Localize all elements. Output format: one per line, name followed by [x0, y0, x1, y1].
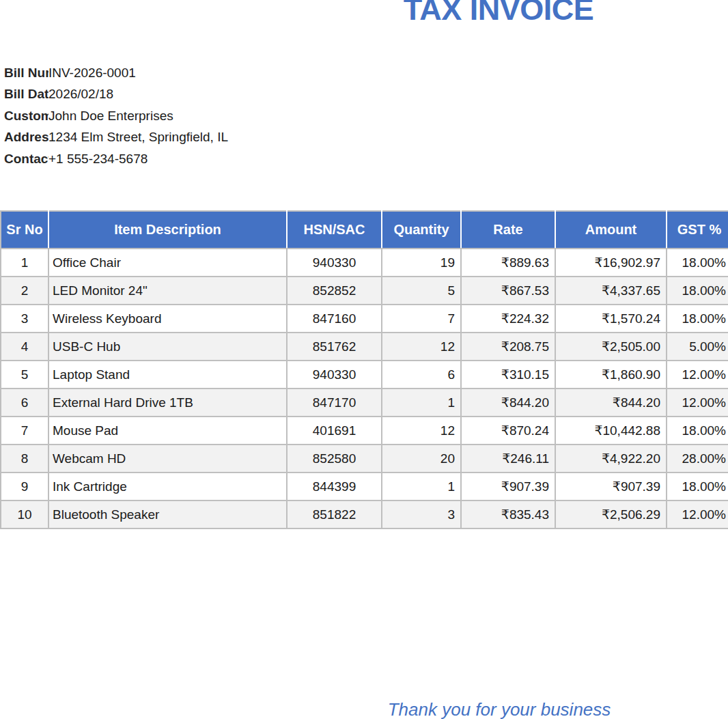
- cell-gst: 12.00%: [667, 389, 728, 417]
- cell-sr-no: 6: [1, 389, 48, 417]
- cell-sr-no: 2: [1, 277, 48, 305]
- cell-hsn-sac: 851822: [287, 501, 382, 528]
- cell-amount: ₹907.39: [555, 473, 667, 501]
- table-row: 8 Webcam HD 852580 20 ₹246.11 ₹4,922.20 …: [1, 445, 728, 473]
- cell-item-description: External Hard Drive 1TB: [48, 389, 287, 417]
- cell-quantity: 20: [382, 445, 461, 473]
- cell-gst: 18.00%: [667, 305, 728, 333]
- contact-value: +1 555-234-5678: [48, 148, 148, 169]
- cell-rate: ₹310.15: [461, 361, 555, 389]
- cell-amount: ₹2,506.29: [555, 501, 667, 528]
- cell-quantity: 5: [382, 277, 461, 305]
- cell-gst: 18.00%: [667, 249, 728, 277]
- cell-gst: 18.00%: [667, 277, 728, 305]
- cell-item-description: Ink Cartridge: [48, 473, 287, 501]
- cell-item-description: Laptop Stand: [48, 361, 287, 389]
- cell-rate: ₹835.43: [461, 501, 555, 528]
- cell-quantity: 7: [382, 305, 461, 333]
- bill-date-label: Bill Date: [4, 83, 48, 104]
- cell-item-description: USB-C Hub: [48, 333, 287, 361]
- cell-rate: ₹208.75: [461, 333, 555, 361]
- table-row: 6 External Hard Drive 1TB 847170 1 ₹844.…: [1, 389, 728, 417]
- cell-quantity: 12: [382, 417, 461, 445]
- cell-hsn-sac: 852580: [287, 445, 382, 473]
- table-row: 5 Laptop Stand 940330 6 ₹310.15 ₹1,860.9…: [1, 361, 728, 389]
- cell-amount: ₹4,922.20: [555, 445, 667, 473]
- bill-number-row: Bill NumberINV-2026-0001: [4, 62, 228, 83]
- header-gst: GST %: [667, 211, 728, 249]
- bill-number-value: INV-2026-0001: [48, 62, 136, 83]
- cell-item-description: Bluetooth Speaker: [48, 501, 287, 528]
- thank-you-note: Thank you for your business: [388, 699, 611, 719]
- page-title: TAX INVOICE: [404, 0, 594, 26]
- customer-label: Customer: [4, 105, 48, 126]
- bill-info-block: Bill NumberINV-2026-0001 Bill Date2026/0…: [4, 62, 228, 169]
- cell-sr-no: 5: [1, 361, 48, 389]
- cell-rate: ₹224.32: [461, 305, 555, 333]
- items-table-header: Sr No Item Description HSN/SAC Quantity …: [1, 211, 728, 249]
- cell-quantity: 6: [382, 361, 461, 389]
- cell-item-description: Office Chair: [48, 249, 287, 277]
- cell-sr-no: 1: [1, 249, 48, 277]
- cell-hsn-sac: 847170: [287, 389, 382, 417]
- cell-quantity: 3: [382, 501, 461, 528]
- cell-rate: ₹867.53: [461, 277, 555, 305]
- table-row: 3 Wireless Keyboard 847160 7 ₹224.32 ₹1,…: [1, 305, 728, 333]
- cell-amount: ₹844.20: [555, 389, 667, 417]
- cell-hsn-sac: 940330: [287, 249, 382, 277]
- table-row: 10 Bluetooth Speaker 851822 3 ₹835.43 ₹2…: [1, 501, 728, 528]
- cell-gst: 12.00%: [667, 361, 728, 389]
- cell-item-description: Mouse Pad: [48, 417, 287, 445]
- bill-date-value: 2026/02/18: [48, 83, 113, 104]
- cell-sr-no: 8: [1, 445, 48, 473]
- customer-value: John Doe Enterprises: [48, 105, 173, 126]
- table-row: 2 LED Monitor 24" 852852 5 ₹867.53 ₹4,33…: [1, 277, 728, 305]
- items-table: Sr No Item Description HSN/SAC Quantity …: [0, 210, 728, 529]
- cell-amount: ₹2,505.00: [555, 333, 667, 361]
- cell-hsn-sac: 940330: [287, 361, 382, 389]
- table-row: 1 Office Chair 940330 19 ₹889.63 ₹16,902…: [1, 249, 728, 277]
- cell-quantity: 1: [382, 473, 461, 501]
- table-row: 4 USB-C Hub 851762 12 ₹208.75 ₹2,505.00 …: [1, 333, 728, 361]
- cell-hsn-sac: 851762: [287, 333, 382, 361]
- cell-gst: 12.00%: [667, 501, 728, 528]
- bill-date-row: Bill Date2026/02/18: [4, 83, 228, 104]
- header-hsn-sac: HSN/SAC: [287, 211, 382, 249]
- items-table-container: Sr No Item Description HSN/SAC Quantity …: [0, 210, 728, 529]
- cell-amount: ₹10,442.88: [555, 417, 667, 445]
- cell-amount: ₹4,337.65: [555, 277, 667, 305]
- cell-gst: 28.00%: [667, 445, 728, 473]
- customer-row: CustomerJohn Doe Enterprises: [4, 105, 228, 126]
- header-sr-no: Sr No: [1, 211, 48, 249]
- cell-gst: 18.00%: [667, 473, 728, 501]
- cell-quantity: 12: [382, 333, 461, 361]
- cell-hsn-sac: 844399: [287, 473, 382, 501]
- cell-rate: ₹844.20: [461, 389, 555, 417]
- cell-quantity: 19: [382, 249, 461, 277]
- table-row: 7 Mouse Pad 401691 12 ₹870.24 ₹10,442.88…: [1, 417, 728, 445]
- cell-amount: ₹16,902.97: [555, 249, 667, 277]
- cell-amount: ₹1,860.90: [555, 361, 667, 389]
- cell-hsn-sac: 401691: [287, 417, 382, 445]
- table-row: 9 Ink Cartridge 844399 1 ₹907.39 ₹907.39…: [1, 473, 728, 501]
- cell-sr-no: 7: [1, 417, 48, 445]
- cell-amount: ₹1,570.24: [555, 305, 667, 333]
- cell-hsn-sac: 852852: [287, 277, 382, 305]
- address-value: 1234 Elm Street, Springfield, IL: [48, 126, 228, 147]
- contact-label: Contact: [4, 148, 48, 169]
- cell-gst: 18.00%: [667, 417, 728, 445]
- cell-item-description: Webcam HD: [48, 445, 287, 473]
- cell-item-description: LED Monitor 24": [48, 277, 287, 305]
- bill-number-label: Bill Number: [4, 62, 48, 83]
- cell-rate: ₹870.24: [461, 417, 555, 445]
- cell-rate: ₹907.39: [461, 473, 555, 501]
- address-label: Address: [4, 126, 48, 147]
- header-quantity: Quantity: [382, 211, 461, 249]
- cell-sr-no: 10: [1, 501, 48, 528]
- cell-hsn-sac: 847160: [287, 305, 382, 333]
- cell-item-description: Wireless Keyboard: [48, 305, 287, 333]
- cell-rate: ₹246.11: [461, 445, 555, 473]
- cell-sr-no: 9: [1, 473, 48, 501]
- cell-rate: ₹889.63: [461, 249, 555, 277]
- cell-sr-no: 4: [1, 333, 48, 361]
